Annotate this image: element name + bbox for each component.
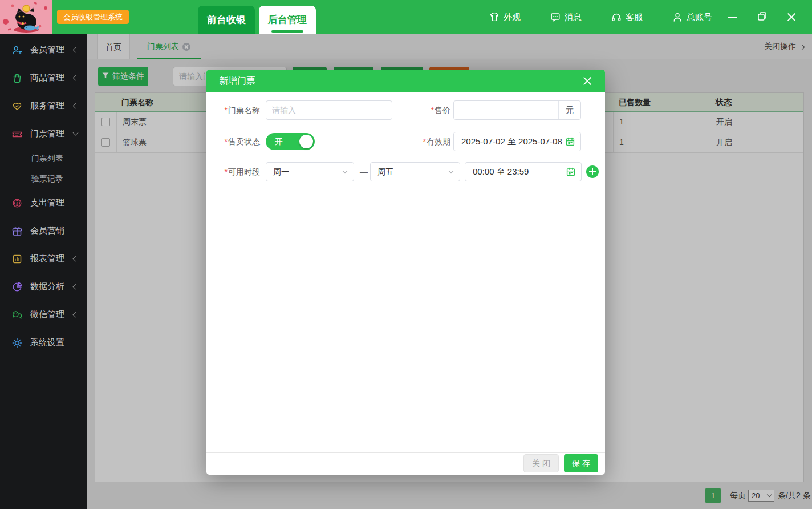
chevron-left-icon bbox=[73, 75, 79, 81]
account-label: 总账号 bbox=[687, 12, 712, 23]
validity-value: 2025-07-02 至 2025-07-08 bbox=[454, 132, 580, 151]
close-window-button[interactable] bbox=[777, 0, 806, 34]
modal-footer: 关 闭 保 存 bbox=[206, 452, 605, 475]
gift-icon bbox=[11, 225, 23, 237]
chevron-left-icon bbox=[73, 284, 79, 290]
expense-icon: $ bbox=[11, 197, 23, 209]
chat-icon bbox=[550, 12, 561, 22]
headset-icon bbox=[611, 12, 622, 22]
topbar: 会员收银管理系统 前台收银 后台管理 外观 bbox=[0, 0, 812, 34]
chevron-left-icon bbox=[73, 103, 79, 109]
sidebar-item-marketing[interactable]: 会员营销 bbox=[0, 217, 87, 245]
chevron-down-icon bbox=[73, 130, 79, 136]
period-from-select[interactable]: 周一 bbox=[266, 162, 354, 181]
modal-close-icon[interactable] bbox=[582, 76, 592, 86]
add-ticket-modal: 新增门票 *门票名称 元 *售价 *售卖状态 开 2025-07-02 至 20… bbox=[206, 70, 605, 475]
required-mark: * bbox=[423, 137, 426, 146]
toggle-on-label: 开 bbox=[275, 133, 283, 150]
validity-label: *有效期 bbox=[395, 132, 450, 151]
app-logo bbox=[0, 0, 52, 34]
mode-tabs: 前台收银 后台管理 bbox=[198, 6, 316, 34]
modal-save-button[interactable]: 保 存 bbox=[564, 454, 598, 472]
ticket-name-label: *门票名称 bbox=[220, 100, 260, 120]
validity-date-range-picker[interactable]: 2025-07-02 至 2025-07-08 bbox=[453, 132, 581, 151]
form-row-period: *可用时段 周一 — 周五 00:00 至 23:59 bbox=[220, 162, 591, 181]
minimize-icon bbox=[728, 17, 737, 18]
modal-header: 新增门票 bbox=[206, 70, 605, 92]
sidebar-item-analytics[interactable]: 数据分析 bbox=[0, 273, 87, 301]
sidebar-label: 服务管理 bbox=[30, 100, 64, 111]
messages-menu-item[interactable]: 消息 bbox=[550, 12, 582, 23]
topbar-menu: 外观 消息 bbox=[489, 0, 712, 34]
chevron-left-icon bbox=[73, 47, 79, 53]
required-mark: * bbox=[225, 137, 228, 146]
sidebar: 会员管理 商品管理 服务管理 bbox=[0, 34, 87, 509]
period-to-select[interactable]: 周五 bbox=[370, 162, 460, 181]
sidebar-item-expenses[interactable]: $ 支出管理 bbox=[0, 189, 87, 217]
tab-front-cashier[interactable]: 前台收银 bbox=[198, 6, 255, 34]
sidebar-label: 支出管理 bbox=[30, 197, 64, 208]
required-mark: * bbox=[431, 106, 434, 115]
modal-close-button[interactable]: 关 闭 bbox=[523, 454, 559, 472]
tab-backstage[interactable]: 后台管理 bbox=[259, 6, 316, 34]
price-label: *售价 bbox=[395, 100, 450, 120]
restore-icon bbox=[757, 11, 767, 23]
sidebar-subitem-ticket-list[interactable]: 门票列表 bbox=[0, 148, 87, 168]
price-input-group: 元 bbox=[453, 100, 581, 120]
svg-text:$: $ bbox=[16, 201, 18, 205]
service-icon bbox=[11, 100, 23, 112]
sidebar-item-services[interactable]: 服务管理 bbox=[0, 92, 87, 120]
chevron-left-icon bbox=[73, 312, 79, 318]
chevron-left-icon bbox=[73, 256, 79, 262]
sidebar-label: 门票管理 bbox=[30, 128, 64, 139]
add-period-button[interactable] bbox=[586, 165, 599, 178]
appearance-label: 外观 bbox=[504, 12, 521, 23]
price-unit-label: 元 bbox=[558, 101, 580, 119]
period-time-value: 00:00 至 23:59 bbox=[465, 163, 581, 181]
window-controls bbox=[717, 0, 806, 34]
sidebar-item-members[interactable]: 会员管理 bbox=[0, 36, 87, 64]
minimize-button[interactable] bbox=[717, 0, 747, 34]
sidebar-label: 系统设置 bbox=[30, 337, 64, 348]
user-icon bbox=[672, 12, 683, 22]
sidebar-subitem-check-records[interactable]: 验票记录 bbox=[0, 168, 87, 189]
messages-label: 消息 bbox=[565, 12, 582, 23]
required-mark: * bbox=[225, 106, 228, 115]
support-label: 客服 bbox=[626, 12, 643, 23]
ticket-icon bbox=[11, 128, 23, 140]
sidebar-item-wechat[interactable]: 微信管理 bbox=[0, 301, 87, 329]
sidebar-label: 数据分析 bbox=[30, 281, 64, 292]
toggle-knob bbox=[299, 135, 313, 148]
appearance-menu-item[interactable]: 外观 bbox=[489, 12, 521, 23]
report-icon bbox=[11, 253, 23, 265]
sidebar-item-reports[interactable]: 报表管理 bbox=[0, 245, 87, 273]
sidebar-label: 会员营销 bbox=[30, 225, 64, 236]
sidebar-item-goods[interactable]: 商品管理 bbox=[0, 64, 87, 92]
app-window: 会员收银管理系统 前台收银 后台管理 外观 bbox=[0, 0, 812, 509]
sale-status-toggle[interactable]: 开 bbox=[266, 133, 315, 150]
period-to-value: 周五 bbox=[371, 163, 460, 181]
member-icon bbox=[11, 45, 23, 56]
support-menu-item[interactable]: 客服 bbox=[611, 12, 643, 23]
required-mark: * bbox=[225, 167, 228, 176]
settings-icon bbox=[11, 337, 23, 349]
price-input[interactable] bbox=[454, 101, 558, 119]
account-menu-item[interactable]: 总账号 bbox=[672, 12, 712, 23]
form-row-name-price: *门票名称 元 *售价 bbox=[220, 100, 591, 120]
sidebar-label: 商品管理 bbox=[30, 72, 64, 83]
form-row-status-validity: *售卖状态 开 2025-07-02 至 2025-07-08 *有效期 bbox=[220, 132, 591, 151]
period-time-picker[interactable]: 00:00 至 23:59 bbox=[465, 162, 582, 181]
sidebar-item-settings[interactable]: 系统设置 bbox=[0, 329, 87, 357]
ticket-name-input[interactable] bbox=[266, 100, 392, 120]
sidebar-item-tickets[interactable]: 门票管理 bbox=[0, 120, 87, 148]
wechat-icon bbox=[11, 309, 23, 321]
sidebar-label: 报表管理 bbox=[30, 253, 64, 264]
period-from-value: 周一 bbox=[266, 163, 354, 181]
sale-status-label: *售卖状态 bbox=[220, 132, 260, 151]
app-title-badge: 会员收银管理系统 bbox=[57, 10, 129, 24]
sidebar-label: 会员管理 bbox=[30, 45, 64, 55]
restore-button[interactable] bbox=[747, 0, 777, 34]
modal-title: 新增门票 bbox=[219, 75, 255, 87]
period-label: *可用时段 bbox=[220, 162, 260, 181]
calendar-icon bbox=[566, 137, 575, 148]
